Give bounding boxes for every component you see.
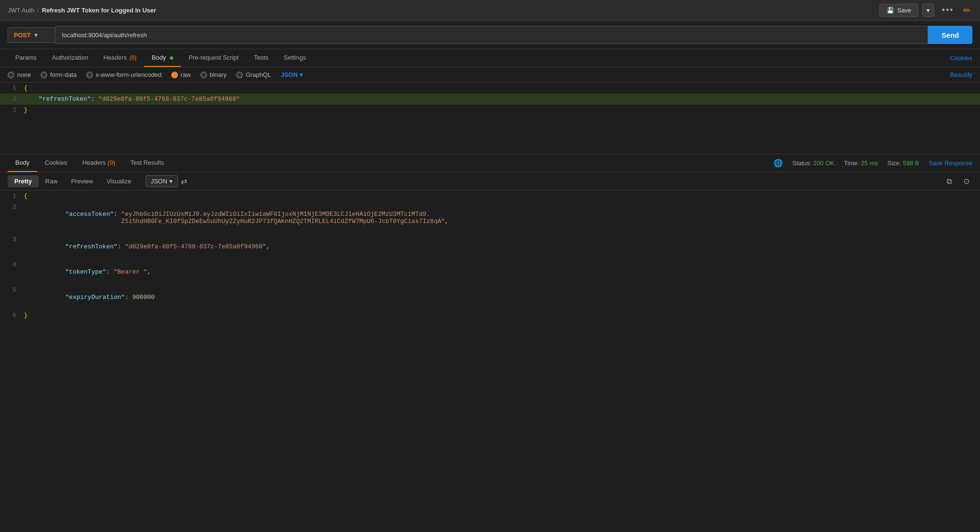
radio-none-circle (8, 72, 14, 78)
resp-line-content-1: { (24, 191, 980, 202)
radio-form-data-label: form-data (50, 71, 77, 78)
resp-line-num-5: 5 (0, 285, 24, 296)
format-tab-raw[interactable]: Raw (39, 175, 64, 187)
tab-authorization[interactable]: Authorization (44, 49, 96, 67)
status-code: 200 OK (813, 160, 834, 167)
format-dropdown-icon: ▾ (169, 178, 173, 185)
response-header: Body Cookies Headers (9) Test Results 🌐 … (0, 154, 980, 172)
radio-form-data-circle (41, 72, 47, 78)
body-options: none form-data x-www-form-urlencoded raw… (0, 67, 980, 83)
response-line-3: 3 "refreshToken": "d029e0fa-80f5-4768-83… (0, 234, 980, 259)
line-num-2: 2 (0, 94, 24, 105)
send-button[interactable]: Send (928, 26, 972, 44)
wrap-icon[interactable]: ⇄ (178, 176, 190, 187)
breadcrumb-current: Refresh JWT Token for Logged In User (42, 7, 156, 14)
format-tab-pretty[interactable]: Pretty (8, 175, 39, 187)
globe-icon[interactable]: 🌐 (773, 159, 783, 168)
body-options-right: Beautify (950, 71, 972, 78)
radio-binary[interactable]: binary (200, 71, 227, 78)
tab-settings[interactable]: Settings (276, 49, 313, 67)
radio-none[interactable]: none (8, 71, 31, 78)
response-line-6: 6 } (0, 310, 980, 321)
request-code-editor[interactable]: 1 { 2 "refreshToken": "d029e0fa-80f5-476… (0, 83, 980, 154)
beautify-button[interactable]: Beautify (950, 71, 972, 78)
tab-body[interactable]: Body (144, 49, 181, 67)
format-toolbar: Pretty Raw Preview Visualize JSON ▾ ⇄ ⧉ … (0, 172, 980, 191)
search-icon[interactable]: ⊙ (960, 176, 972, 187)
radio-raw[interactable]: raw (171, 71, 191, 78)
radio-form-data[interactable]: form-data (41, 71, 77, 78)
format-toolbar-right: ⧉ ⊙ (944, 176, 972, 187)
response-tab-test-results[interactable]: Test Results (123, 154, 172, 172)
resp-line-content-3: "refreshToken": "d029e0fa-80f5-4768-837c… (43, 234, 980, 259)
radio-raw-label: raw (181, 71, 191, 78)
response-tab-cookies[interactable]: Cookies (37, 154, 75, 172)
format-tab-visualize[interactable]: Visualize (100, 175, 138, 187)
resp-line-content-6: } (24, 310, 980, 321)
request-line-1: 1 { (0, 83, 980, 94)
json-format-label: JSON (281, 71, 297, 78)
status-label: Status: (792, 160, 813, 167)
radio-urlencoded-circle (86, 72, 93, 78)
size-label: Size: (887, 160, 903, 167)
radio-graphql[interactable]: GraphQL (236, 71, 271, 78)
method-select[interactable]: POST ▾ (8, 27, 55, 43)
method-dropdown-icon: ▾ (34, 32, 38, 39)
resp-line-num-6: 6 (0, 310, 24, 321)
response-line-5: 5 "expiryDuration": 900000 (0, 285, 980, 310)
radio-binary-label: binary (210, 71, 227, 78)
response-tab-headers[interactable]: Headers (9) (75, 154, 123, 172)
radio-none-label: none (17, 71, 31, 78)
tab-pre-request[interactable]: Pre-request Script (181, 49, 246, 67)
request-line-3: 3 } (0, 105, 980, 116)
header-actions: 💾 Save ▾ ••• ✏ (879, 3, 972, 18)
radio-graphql-label: GraphQL (246, 71, 271, 78)
request-tabs: Params Authorization Headers (8) Body Pr… (0, 49, 980, 67)
response-code-editor[interactable]: 1 { 2 "accessToken": "eyJhbGciOiJIUzUxMi… (0, 191, 980, 382)
save-button[interactable]: 💾 Save (879, 4, 918, 17)
response-meta: 🌐 Status: 200 OK Time: 25 ms Size: 598 B… (773, 159, 973, 168)
status-meta: Status: 200 OK (792, 160, 834, 167)
response-line-1: 1 { (0, 191, 980, 202)
resp-line-content-5: "expiryDuration": 900000 (43, 285, 980, 310)
response-tab-body[interactable]: Body (8, 154, 37, 172)
breadcrumb: JWT Auth / Refresh JWT Token for Logged … (8, 7, 156, 14)
more-options-button[interactable]: ••• (938, 3, 958, 17)
size-meta: Size: 598 B (887, 160, 919, 167)
tab-headers[interactable]: Headers (8) (96, 49, 144, 67)
resp-line-num-1: 1 (0, 191, 24, 202)
edit-button[interactable]: ✏ (961, 3, 972, 18)
response-format-label: JSON (151, 178, 167, 185)
body-options-left: none form-data x-www-form-urlencoded raw… (8, 71, 303, 78)
breadcrumb-parent[interactable]: JWT Auth (8, 7, 34, 14)
radio-urlencoded[interactable]: x-www-form-urlencoded (86, 71, 162, 78)
resp-line-num-2: 2 (0, 202, 24, 213)
line-num-3: 3 (0, 105, 24, 116)
save-dropdown-button[interactable]: ▾ (922, 4, 934, 17)
line-content-3: } (24, 105, 980, 116)
url-bar: POST ▾ Send (0, 21, 980, 49)
line-content-1: { (24, 83, 980, 94)
format-tabs-left: Pretty Raw Preview Visualize JSON ▾ ⇄ (8, 175, 190, 187)
tabs-left: Params Authorization Headers (8) Body Pr… (8, 49, 313, 67)
edit-icon: ✏ (963, 6, 970, 15)
line-num-1: 1 (0, 83, 24, 94)
radio-raw-circle (171, 72, 178, 78)
tab-tests[interactable]: Tests (246, 49, 276, 67)
time-meta: Time: 25 ms (844, 160, 878, 167)
format-tab-preview[interactable]: Preview (64, 175, 100, 187)
method-label: POST (14, 32, 31, 39)
json-dropdown-icon: ▾ (300, 71, 303, 78)
top-header: JWT Auth / Refresh JWT Token for Logged … (0, 0, 980, 21)
resp-line-num-3: 3 (0, 234, 24, 245)
save-response-button[interactable]: Save Response (928, 160, 972, 167)
url-input[interactable] (55, 26, 928, 44)
tab-params[interactable]: Params (8, 49, 44, 67)
time-value: 25 ms (861, 160, 877, 167)
size-value: 598 B (903, 160, 919, 167)
radio-binary-circle (200, 72, 207, 78)
json-format-select[interactable]: JSON ▾ (281, 71, 302, 78)
copy-icon[interactable]: ⧉ (944, 176, 955, 187)
response-format-select[interactable]: JSON ▾ (146, 175, 178, 187)
cookies-link[interactable]: Cookies (950, 50, 972, 66)
